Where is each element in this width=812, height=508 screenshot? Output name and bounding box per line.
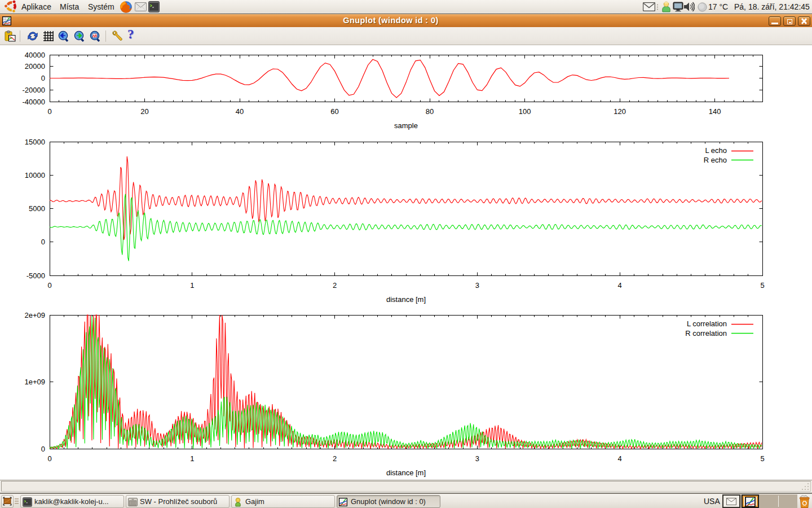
svg-text:1: 1 (190, 454, 194, 463)
svg-text:R correlation: R correlation (685, 329, 727, 338)
svg-text:2: 2 (333, 281, 337, 290)
svg-text:1: 1 (190, 281, 194, 290)
svg-text:-20000: -20000 (23, 86, 45, 94)
svg-text:L correlation: L correlation (687, 319, 727, 328)
svg-text:0: 0 (41, 74, 45, 82)
svg-text:-40000: -40000 (23, 98, 45, 106)
svg-text:20000: 20000 (25, 62, 45, 71)
svg-text:40000: 40000 (25, 51, 45, 59)
svg-text:5: 5 (760, 454, 764, 463)
svg-text:-5000: -5000 (27, 271, 45, 280)
svg-text:R echo: R echo (704, 156, 727, 164)
svg-text:15000: 15000 (25, 138, 45, 146)
svg-text:5000: 5000 (29, 204, 45, 213)
svg-text:2e+09: 2e+09 (24, 311, 45, 319)
svg-text:3: 3 (475, 454, 479, 463)
svg-text:20: 20 (140, 107, 148, 116)
svg-text:2: 2 (333, 454, 337, 463)
svg-text:0: 0 (47, 107, 51, 116)
svg-text:0: 0 (41, 238, 45, 246)
svg-text:0: 0 (47, 454, 51, 463)
svg-text:80: 80 (426, 107, 434, 116)
svg-text:sample: sample (394, 121, 418, 130)
svg-text:1e+09: 1e+09 (24, 378, 45, 386)
svg-text:10000: 10000 (25, 171, 45, 179)
svg-text:3: 3 (475, 281, 479, 290)
svg-text:0: 0 (47, 281, 51, 290)
svg-text:140: 140 (709, 107, 721, 116)
svg-text:4: 4 (618, 281, 622, 290)
svg-text:5: 5 (760, 281, 764, 290)
svg-text:60: 60 (330, 107, 338, 116)
svg-text:distance [m]: distance [m] (386, 295, 426, 304)
svg-text:L echo: L echo (705, 146, 727, 155)
svg-text:distance [m]: distance [m] (386, 468, 426, 477)
svg-text:100: 100 (519, 107, 531, 116)
svg-text:4: 4 (618, 454, 622, 463)
svg-text:40: 40 (236, 107, 244, 116)
svg-text:120: 120 (614, 107, 626, 116)
svg-text:0: 0 (41, 445, 45, 453)
